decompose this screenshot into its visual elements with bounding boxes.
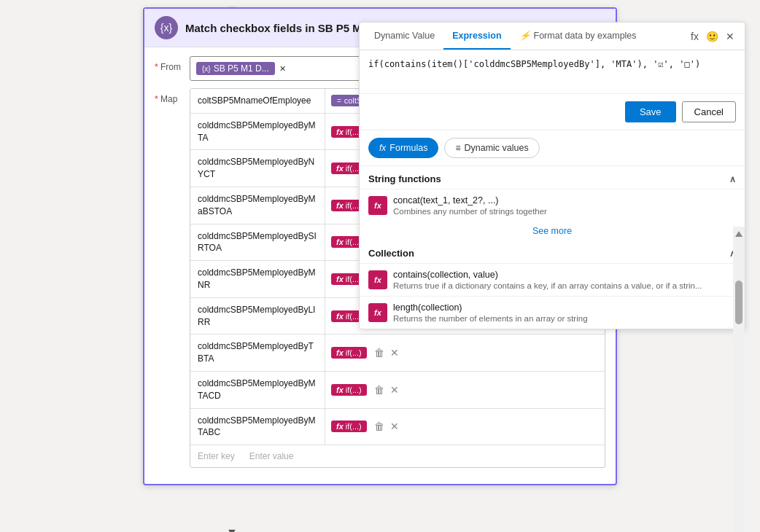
from-label: From bbox=[155, 56, 184, 72]
format-data-icon: ⚡ bbox=[519, 30, 531, 41]
scroll-up-arrow[interactable] bbox=[735, 231, 742, 237]
scrollbar[interactable] bbox=[733, 227, 745, 532]
emoji-icon-btn[interactable]: 🙂 bbox=[705, 29, 720, 44]
formulas-label: Formulas bbox=[389, 143, 427, 153]
map-key-0: coltSBP5MnameOfEmployee bbox=[190, 89, 325, 113]
bottom-connector-arrow: ▼ bbox=[226, 526, 238, 532]
map-label: Map bbox=[155, 88, 184, 104]
enter-key-placeholder[interactable]: Enter key bbox=[190, 445, 242, 467]
map-key-6: colddmcSBP5MemployedByLIRR bbox=[190, 298, 325, 335]
map-actions-8: 🗑 ✕ bbox=[373, 383, 400, 397]
expression-code-area[interactable]: if(contains(item()['colddmcSBP5Memployed… bbox=[360, 50, 745, 94]
formulas-icon: fx bbox=[379, 143, 386, 153]
table-row: colddmcSBP5MemployedByMTACD fx if(...) 🗑… bbox=[190, 372, 605, 409]
map-key-9: colddmcSBP5MemployedByMTABC bbox=[190, 409, 325, 445]
dynamic-values-icon: ≡ bbox=[455, 143, 460, 153]
length-desc: Returns the number of elements in an arr… bbox=[393, 314, 736, 323]
dynamic-values-label: Dynamic values bbox=[464, 143, 528, 153]
table-row: colddmcSBP5MemployedByTBTA fx if(...) 🗑 … bbox=[190, 335, 605, 372]
delete-btn-9[interactable]: 🗑 bbox=[373, 419, 386, 434]
contains-name: contains(collection, value) bbox=[393, 270, 736, 280]
edit-btn-7[interactable]: ✕ bbox=[389, 345, 400, 360]
enter-value-placeholder[interactable]: Enter value bbox=[242, 445, 301, 467]
from-token-icon: {x} bbox=[202, 65, 211, 73]
tab-dynamic-value-label: Dynamic Value bbox=[374, 31, 435, 41]
see-more-string[interactable]: See more bbox=[360, 222, 745, 240]
tab-format-data-label: Format data by examples bbox=[534, 31, 637, 41]
string-functions-chevron[interactable]: ∧ bbox=[729, 174, 736, 184]
expression-actions: Save Cancel bbox=[360, 94, 745, 130]
cancel-button[interactable]: Cancel bbox=[682, 101, 736, 122]
concat-name: concat(text_1, text_2?, ...) bbox=[393, 195, 736, 206]
map-key-5: colddmcSBP5MemployedByMNR bbox=[190, 261, 325, 297]
value-token-icon-0: = bbox=[337, 97, 341, 105]
fx-icon-btn[interactable]: fx bbox=[689, 29, 700, 44]
from-token-close[interactable]: ✕ bbox=[279, 64, 286, 74]
concat-content: concat(text_1, text_2?, ...) Combines an… bbox=[393, 195, 736, 216]
function-tabs: fx Formulas ≡ Dynamic values bbox=[360, 130, 745, 166]
concat-icon: fx bbox=[368, 196, 387, 215]
add-row: Enter key Enter value bbox=[190, 445, 605, 467]
delete-btn-7[interactable]: 🗑 bbox=[373, 345, 386, 360]
save-button[interactable]: Save bbox=[625, 101, 676, 122]
tab-icon-group: fx 🙂 ✕ bbox=[686, 25, 739, 48]
map-value-7[interactable]: fx if(...) 🗑 ✕ bbox=[325, 335, 605, 371]
from-token-label: SB P5 M1 D... bbox=[214, 63, 269, 74]
length-icon: fx bbox=[368, 303, 387, 322]
edit-btn-9[interactable]: ✕ bbox=[389, 419, 400, 434]
map-actions-7: 🗑 ✕ bbox=[373, 345, 400, 360]
fn-item-length[interactable]: fx length(collection) Returns the number… bbox=[360, 296, 745, 329]
collection-title: Collection bbox=[368, 248, 414, 259]
expression-tabs: Dynamic Value Expression ⚡ Format data b… bbox=[360, 23, 745, 50]
map-value-8[interactable]: fx if(...) 🗑 ✕ bbox=[325, 372, 605, 408]
map-key-7: colddmcSBP5MemployedByTBTA bbox=[190, 335, 325, 371]
scroll-thumb[interactable] bbox=[735, 281, 742, 324]
tab-format-data[interactable]: ⚡ Format data by examples bbox=[511, 23, 645, 50]
fx-token-8: fx if(...) bbox=[331, 384, 367, 396]
fx-token-7: fx if(...) bbox=[331, 347, 367, 359]
tab-expression[interactable]: Expression bbox=[443, 23, 510, 50]
collection-header: Collection ∧ bbox=[360, 240, 745, 263]
fn-item-concat[interactable]: fx concat(text_1, text_2?, ...) Combines… bbox=[360, 189, 745, 222]
string-functions-title: String functions bbox=[368, 173, 441, 184]
table-row: colddmcSBP5MemployedByMTABC fx if(...) 🗑… bbox=[190, 409, 605, 446]
close-panel-btn[interactable]: ✕ bbox=[724, 29, 736, 44]
tab-dynamic-value[interactable]: Dynamic Value bbox=[365, 23, 443, 50]
map-key-2: colddmcSBP5MemployedByNYCT bbox=[190, 150, 325, 187]
map-value-9[interactable]: fx if(...) 🗑 ✕ bbox=[325, 409, 605, 445]
concat-desc: Combines any number of strings together bbox=[393, 207, 736, 216]
expression-panel: Dynamic Value Expression ⚡ Format data b… bbox=[359, 22, 745, 329]
delete-btn-8[interactable]: 🗑 bbox=[373, 383, 386, 397]
tab-formulas[interactable]: fx Formulas bbox=[368, 138, 438, 158]
map-key-4: colddmcSBP5MemployedBySIRTOA bbox=[190, 224, 325, 261]
fx-token-9: fx if(...) bbox=[331, 420, 367, 432]
card-icon: {x} bbox=[155, 16, 178, 39]
tab-expression-label: Expression bbox=[452, 31, 501, 41]
length-name: length(collection) bbox=[393, 302, 736, 313]
length-content: length(collection) Returns the number of… bbox=[393, 302, 736, 323]
function-sections: String functions ∧ fx concat(text_1, tex… bbox=[360, 166, 745, 329]
map-key-8: colddmcSBP5MemployedByMTACD bbox=[190, 372, 325, 408]
contains-content: contains(collection, value) Returns true… bbox=[393, 270, 736, 290]
from-token: {x} SB P5 M1 D... bbox=[196, 62, 275, 75]
contains-icon: fx bbox=[368, 270, 387, 289]
edit-btn-8[interactable]: ✕ bbox=[389, 383, 400, 397]
tab-dynamic-values[interactable]: ≡ Dynamic values bbox=[444, 138, 539, 158]
contains-desc: Returns true if a dictionary contains a … bbox=[393, 281, 736, 290]
page-container: ▼ {x} Match checkbox fields in SB P5 M1 … bbox=[0, 0, 760, 532]
map-actions-9: 🗑 ✕ bbox=[373, 419, 400, 434]
string-functions-header: String functions ∧ bbox=[360, 166, 745, 189]
fn-item-contains[interactable]: fx contains(collection, value) Returns t… bbox=[360, 263, 745, 296]
map-key-3: colddmcSBP5MemployedByMaBSTOA bbox=[190, 187, 325, 224]
card-icon-label: {x} bbox=[160, 22, 172, 34]
map-key-1: colddmcSBP5MemployedByMTA bbox=[190, 114, 325, 150]
